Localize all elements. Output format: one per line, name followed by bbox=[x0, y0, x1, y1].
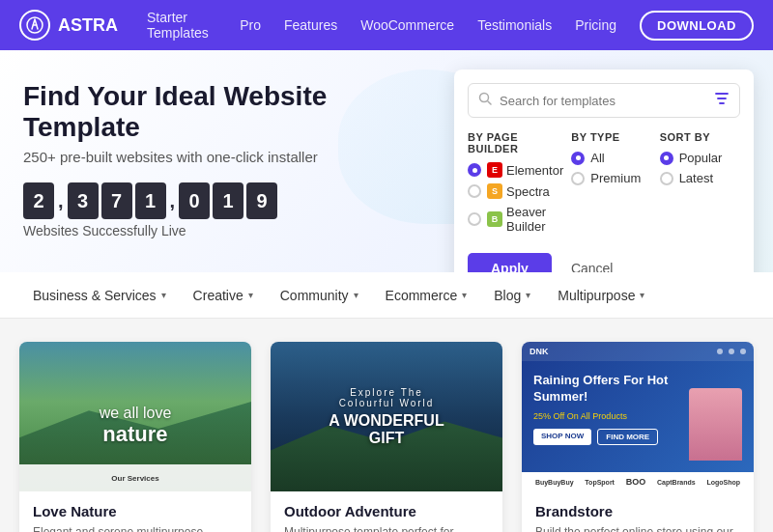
option-premium[interactable]: Premium bbox=[571, 171, 651, 185]
popular-label: Popular bbox=[679, 151, 723, 165]
brand-2: TopSport bbox=[585, 479, 615, 486]
option-popular[interactable]: Popular bbox=[660, 151, 740, 165]
cat-blog-label: Blog bbox=[494, 288, 521, 303]
store-discount: 25% Off On All Products bbox=[533, 411, 677, 421]
cancel-button[interactable]: Cancel bbox=[561, 253, 623, 272]
search-input[interactable] bbox=[500, 94, 706, 108]
cat-community-label: Community bbox=[280, 288, 349, 303]
filter-funnel-button[interactable] bbox=[714, 91, 730, 110]
adventure-background: Explore The Colourful World A WONDERFUL … bbox=[271, 342, 502, 491]
store-heading: Raining Offers For Hot Summer! bbox=[533, 373, 677, 406]
adventure-main: A WONDERFUL GIFT bbox=[329, 412, 444, 447]
logo-icon bbox=[19, 10, 50, 41]
radio-spectra bbox=[468, 184, 481, 198]
nature-text: we all love nature bbox=[100, 405, 172, 447]
filter-panel: BY PAGE BUILDER E Elementor S Spectra bbox=[454, 70, 754, 272]
store-btns: SHOP NOW FIND MORE bbox=[533, 429, 677, 445]
template-card-store[interactable]: DNK Raining Offers For Hot Summer! 25% O… bbox=[522, 342, 754, 532]
search-row bbox=[468, 83, 740, 118]
search-icon bbox=[478, 92, 492, 109]
logo-text: ASTRA bbox=[58, 15, 118, 36]
store-shop-btn[interactable]: SHOP NOW bbox=[533, 429, 591, 445]
cat-multipurpose-chevron: ▾ bbox=[640, 290, 644, 300]
option-elementor[interactable]: E Elementor bbox=[468, 162, 563, 178]
radio-popular bbox=[660, 152, 673, 165]
option-beaver[interactable]: B Beaver Builder bbox=[468, 205, 563, 234]
store-offer-btn[interactable]: FIND MORE bbox=[597, 429, 658, 445]
brand-boo: BOO bbox=[626, 477, 646, 487]
cat-ecommerce-label: Ecommerce bbox=[386, 288, 458, 303]
counter-digit-1: 3 bbox=[68, 182, 99, 219]
radio-beaver bbox=[468, 212, 481, 226]
cat-multipurpose[interactable]: Multipurpose ▾ bbox=[544, 272, 658, 318]
counter-digit-0: 2 bbox=[23, 182, 54, 219]
spectra-icon: S bbox=[487, 183, 502, 199]
template-info-store: Brandstore Build the perfect online stor… bbox=[522, 491, 754, 532]
cat-business-label: Business & Services bbox=[33, 288, 157, 303]
elementor-icon: E bbox=[487, 162, 502, 178]
adventure-sub: Explore The Colourful World bbox=[329, 387, 444, 408]
download-button[interactable]: DOWNLOAD bbox=[640, 11, 754, 41]
nature-background: we all love nature Our Services bbox=[19, 342, 251, 491]
template-info-nature: Love Nature Elegant and serene multipurp… bbox=[19, 491, 251, 532]
store-person-image bbox=[689, 388, 742, 461]
nav-testimonials[interactable]: Testimonials bbox=[477, 17, 552, 33]
elementor-label: Elementor bbox=[506, 163, 563, 178]
nav-starter-templates[interactable]: Starter Templates bbox=[147, 10, 216, 41]
counter-digit-4: 0 bbox=[179, 182, 210, 219]
sort-title: SORT BY bbox=[660, 131, 740, 143]
nav-features[interactable]: Features bbox=[284, 17, 337, 33]
cat-business[interactable]: Business & Services ▾ bbox=[19, 272, 180, 318]
filter-col-page-builder: BY PAGE BUILDER E Elementor S Spectra bbox=[468, 131, 563, 239]
logo[interactable]: ASTRA bbox=[19, 10, 118, 41]
cat-creative-chevron: ▾ bbox=[248, 290, 253, 300]
beaver-label: Beaver Builder bbox=[506, 205, 563, 234]
store-text-block: Raining Offers For Hot Summer! 25% Off O… bbox=[533, 373, 677, 445]
nav-pricing[interactable]: Pricing bbox=[575, 17, 616, 33]
template-desc-adventure: Multipurpose template perfect for anyone… bbox=[284, 523, 489, 532]
cat-blog[interactable]: Blog ▾ bbox=[480, 272, 544, 318]
cat-ecommerce[interactable]: Ecommerce ▾ bbox=[372, 272, 481, 318]
option-all[interactable]: All bbox=[571, 151, 651, 165]
all-label: All bbox=[590, 151, 604, 165]
store-nav-dot-2 bbox=[729, 349, 734, 354]
cat-business-chevron: ▾ bbox=[161, 290, 166, 300]
store-brand-label: DNK bbox=[530, 347, 549, 356]
header: ASTRA Starter Templates Pro Features Woo… bbox=[0, 0, 773, 50]
template-card-adventure[interactable]: Explore The Colourful World A WONDERFUL … bbox=[271, 342, 502, 532]
apply-button[interactable]: Apply bbox=[468, 253, 552, 272]
counter-digit-5: 1 bbox=[213, 182, 243, 219]
nav-woocommerce[interactable]: WooCommerce bbox=[360, 17, 454, 33]
hero-section: Find Your Ideal Website Template 250+ pr… bbox=[0, 50, 773, 272]
radio-all bbox=[571, 152, 585, 165]
template-card-nature[interactable]: we all love nature Our Services Love Nat… bbox=[19, 342, 251, 532]
counter-digit-3: 1 bbox=[135, 182, 166, 219]
store-brands-bar: BuyBuyBuy TopSport BOO CaptBrands LogoSh… bbox=[522, 472, 754, 491]
templates-section: we all love nature Our Services Love Nat… bbox=[0, 319, 773, 532]
brand-3: CaptBrands bbox=[657, 479, 696, 486]
radio-premium bbox=[571, 172, 585, 185]
type-title: BY TYPE bbox=[571, 131, 651, 143]
counter-sep-1: , bbox=[170, 190, 176, 212]
brand-4: LogoShop bbox=[707, 479, 741, 486]
option-spectra[interactable]: S Spectra bbox=[468, 183, 563, 199]
store-content: Raining Offers For Hot Summer! 25% Off O… bbox=[522, 361, 754, 472]
radio-elementor bbox=[468, 163, 481, 177]
cat-community[interactable]: Community ▾ bbox=[267, 272, 372, 318]
filter-col-type: BY TYPE All Premium bbox=[571, 131, 651, 239]
page-builder-title: BY PAGE BUILDER bbox=[468, 131, 563, 154]
option-latest[interactable]: Latest bbox=[660, 171, 740, 185]
template-desc-store: Build the perfect online store using our… bbox=[535, 523, 740, 532]
nav-pro[interactable]: Pro bbox=[240, 17, 261, 33]
main-nav: Starter Templates Pro Features WooCommer… bbox=[147, 10, 754, 41]
template-name-nature: Love Nature bbox=[33, 503, 238, 519]
store-nav-dots bbox=[717, 349, 746, 354]
adventure-text: Explore The Colourful World A WONDERFUL … bbox=[329, 387, 444, 447]
beaver-icon: B bbox=[487, 211, 502, 227]
template-thumb-nature: we all love nature Our Services bbox=[19, 342, 251, 491]
spectra-label: Spectra bbox=[506, 184, 550, 199]
filter-col-sort: SORT BY Popular Latest bbox=[660, 131, 740, 239]
cat-creative[interactable]: Creative ▾ bbox=[180, 272, 267, 318]
nature-services-bar: Our Services bbox=[19, 464, 251, 491]
counter-digit-6: 9 bbox=[246, 182, 277, 219]
